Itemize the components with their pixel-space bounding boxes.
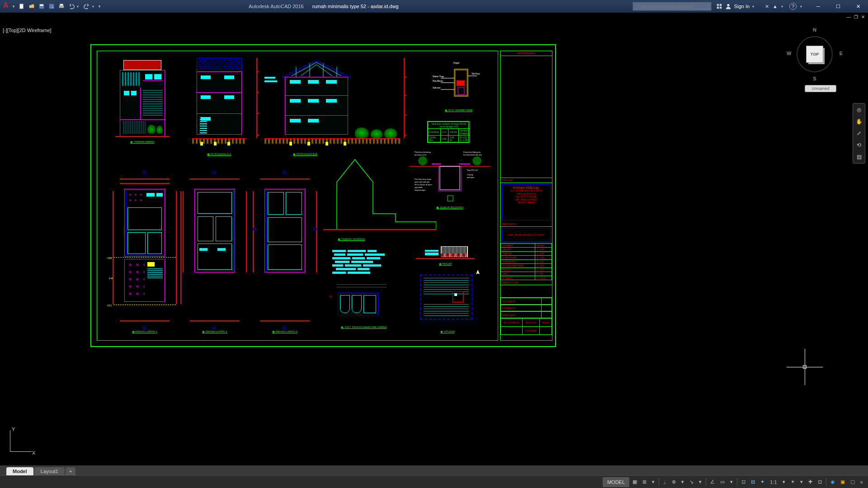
viewcube-e[interactable]: E [840, 51, 843, 56]
user-icon [725, 3, 731, 9]
svg-text:Konstruksi lubang ter-: Konstruksi lubang ter- [463, 151, 481, 153]
drawing-canvas[interactable]: [-][Top][2D Wireframe] — ❐ ✕ TOP N S W E… [0, 13, 868, 475]
view-pagar: PAGAR [416, 232, 475, 259]
viewcube[interactable]: TOP N S W E [788, 27, 842, 81]
file-name: rumah minimalis type 52 - asdar.id.dwg [312, 4, 399, 9]
isolate-icon[interactable]: ▣ [838, 477, 847, 487]
save-icon[interactable] [37, 2, 46, 11]
drawing-inner-frame: TAMPAK DEPAN [97, 51, 498, 341]
tab-layout1[interactable]: Layout1 [34, 467, 65, 475]
grid-icon[interactable]: ▦ [630, 477, 639, 487]
viewcube-w[interactable]: W [787, 51, 791, 56]
polar-icon[interactable]: ⊕ [670, 477, 678, 487]
orbit-icon[interactable]: ⟲ [854, 141, 863, 150]
signin-area[interactable]: Sign In ▾ [712, 3, 761, 9]
print-icon[interactable] [57, 2, 66, 11]
new-icon[interactable] [17, 2, 26, 11]
close-button[interactable]: ✕ [848, 0, 868, 13]
nav-wheel-icon[interactable]: ◎ [854, 105, 863, 114]
viewcube-ucs-menu[interactable]: Unnamed [805, 85, 836, 92]
snap-dropdown[interactable]: ▾ [650, 477, 657, 487]
minimize-button[interactable]: ─ [808, 0, 828, 13]
view-tampak-samping: TAMPAK SAMPING [323, 155, 436, 234]
tb-proyek-label: PROYEK [500, 178, 552, 183]
tb-drawing-list: GAMBARSKALA DENAH1 : 100 TAMPAK1 : 100 P… [500, 243, 552, 280]
cleanscreen-icon[interactable]: ▢ [848, 477, 857, 487]
signin-dropdown[interactable]: ▾ [752, 5, 757, 9]
svg-text:Pipa PVC ø4": Pipa PVC ø4" [467, 169, 478, 171]
vp-minimize[interactable]: — [845, 14, 852, 21]
vp-maximize[interactable]: ❐ [853, 14, 859, 21]
infocenter-icons: ✕ ▲▾ ?▾ [761, 3, 808, 10]
vp-close[interactable]: ✕ [860, 14, 866, 21]
showmotion-icon[interactable]: ▤ [854, 152, 863, 161]
lineweight-icon[interactable]: ⊡ [739, 477, 748, 487]
ortho-icon[interactable]: ⟂ [661, 477, 669, 487]
tab-add[interactable]: + [66, 467, 75, 475]
tb-keterangan: KETERANGAN [500, 51, 552, 56]
label-denah-3: DENAH LANTAI 3 [272, 330, 297, 333]
app-menu-arrow[interactable]: ▼ [12, 5, 16, 9]
viewcube-n[interactable]: N [788, 27, 842, 33]
app-logo[interactable] [2, 2, 11, 11]
maximize-button[interactable]: ☐ [828, 0, 848, 13]
isodraft-icon[interactable]: ↘ [687, 477, 696, 487]
tb-owner: DRA. PURNAWIDJAJA DANA [502, 228, 551, 242]
label-potongan-bb: POTONGAN B-B [293, 152, 317, 155]
status-modelspace[interactable]: MODEL [603, 477, 629, 487]
open-icon[interactable] [27, 2, 36, 11]
svg-rect-9 [720, 7, 722, 9]
exchange-icon[interactable]: ✕ [765, 4, 769, 9]
svg-line-14 [316, 65, 332, 76]
svg-rect-8 [717, 7, 719, 9]
svg-rect-52 [448, 196, 453, 201]
osnap-icon[interactable]: ∠ [708, 477, 717, 487]
help-icon[interactable]: ? [789, 3, 797, 10]
workspace-icon[interactable]: ✚ [806, 477, 815, 487]
svg-text:Tali Kios: Tali Kios [472, 72, 480, 75]
label-tampak-samping: TAMPAK SAMPING [338, 237, 365, 240]
gsj-label: GSJ [107, 304, 112, 307]
title-block: KETERANGAN PROYEK RUMAH TINGGAL JL.KOSAM… [500, 51, 552, 341]
svg-rect-0 [20, 4, 24, 9]
svg-text:buat batu-bata dan ijuk: buat batu-bata dan ijuk [463, 154, 482, 156]
svg-point-10 [727, 4, 729, 6]
gear-icon[interactable]: ✶ [788, 477, 797, 487]
saveas-icon[interactable] [47, 2, 56, 11]
view-situasi: SITUASI [418, 272, 477, 327]
customize-icon[interactable]: ≡ [858, 477, 865, 487]
tb-perencana: PERENCANA [500, 280, 552, 285]
tab-model[interactable]: Model [6, 467, 33, 475]
svg-rect-39 [441, 167, 459, 189]
svg-text:Water Trap: Water Trap [433, 75, 444, 78]
infocenter-search[interactable] [632, 2, 712, 11]
viewcube-s[interactable]: S [788, 76, 842, 81]
viewcube-top-face[interactable]: TOP [807, 46, 823, 62]
pan-icon[interactable]: ✋ [854, 117, 863, 126]
svg-rect-30 [457, 80, 465, 86]
redo-dropdown[interactable]: ▾ [92, 5, 97, 9]
signin-label: Sign In [734, 4, 750, 9]
view-potongan-bb: POTONGAN B-B [264, 58, 400, 144]
redo-icon[interactable] [82, 2, 91, 11]
transparency-icon[interactable]: ⊟ [749, 477, 757, 487]
cycling-icon[interactable]: ✦ [758, 477, 767, 487]
qat-customize[interactable]: ▼ [98, 5, 102, 9]
osnap3d-icon[interactable]: ▭ [718, 477, 727, 487]
view-ipal: 125 INST. PENGOLAHAN AIR LIMBAH [332, 250, 396, 322]
svg-text:Lubang: Lubang [467, 174, 473, 176]
svg-line-13 [316, 62, 341, 76]
undo-icon[interactable] [67, 2, 76, 11]
a360-icon[interactable]: ▲ [773, 4, 778, 9]
snap-icon[interactable]: ⊞ [640, 477, 649, 487]
zoom-extents-icon[interactable]: ⤢ [854, 129, 863, 138]
signin-key-icon [716, 3, 722, 9]
viewport-label[interactable]: [-][Top][2D Wireframe] [3, 28, 52, 33]
hardware-icon[interactable]: ◉ [828, 477, 837, 487]
annomonitor-icon[interactable]: ⊡ [816, 477, 824, 487]
undo-dropdown[interactable]: ▾ [77, 5, 81, 9]
svg-rect-6 [717, 4, 719, 6]
annoscale-label[interactable]: 1:1 [768, 477, 779, 487]
svg-text:peluapan: peluapan [467, 176, 474, 178]
septic-table: tabel luas resapan air hujan 25 m2 sama … [427, 121, 469, 143]
